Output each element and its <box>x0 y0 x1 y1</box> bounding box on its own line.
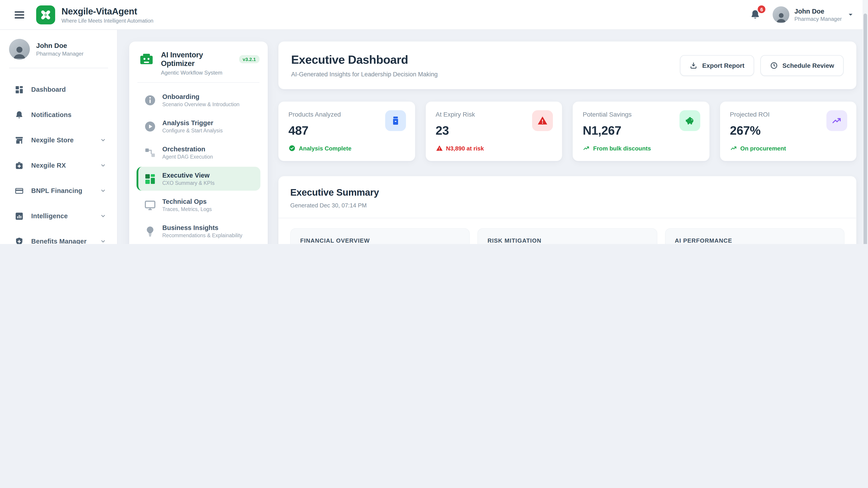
clock-icon <box>770 61 778 69</box>
bell-icon <box>14 110 24 120</box>
chevron-down-icon <box>100 162 106 168</box>
grid-green-icon <box>144 172 156 185</box>
chevron-down-icon <box>100 137 106 143</box>
bar-chart-square-icon <box>14 211 24 221</box>
piggy-bank-icon <box>679 110 700 131</box>
summary-generated: Generated Dec 30, 07:14 PM <box>290 202 844 209</box>
app-title: Nexgile-VitaAgent <box>61 6 153 17</box>
summary-section-risk-mitigation: RISK MITIGATION Expiry Value at Risk N3,… <box>477 228 657 244</box>
step-title: Technical Ops <box>162 198 255 205</box>
summary-section-ai-performance: AI PERFORMANCE Avg Confidence Score 89.3… <box>665 228 844 244</box>
step-title: Business Insights <box>162 224 255 231</box>
scrollbar-thumb[interactable] <box>864 13 867 244</box>
trend-up-icon <box>730 144 737 152</box>
sidebar-item-label: Nexgile RX <box>31 161 93 169</box>
kpi-status: On procurement <box>730 144 846 152</box>
trend-up-icon <box>827 110 847 131</box>
summary-title: Executive Summary <box>290 187 844 198</box>
sidebar-item-label: Benefits Manager <box>31 237 93 244</box>
workflow-step-analysis-trigger[interactable]: Analysis Trigger Configure & Start Analy… <box>136 114 260 138</box>
export-report-label: Export Report <box>702 62 745 69</box>
shield-plus-icon <box>14 236 24 244</box>
chevron-down-icon <box>847 11 855 19</box>
kpi-status-text: From bulk discounts <box>593 145 651 152</box>
summary-section-financial-overview: FINANCIAL OVERVIEW Total Procurement Val… <box>290 228 470 244</box>
app-logo-bandaid-icon <box>36 5 55 24</box>
kpi-status: N3,890 at risk <box>436 144 552 152</box>
sidebar-item-intelligence[interactable]: Intelligence <box>2 205 113 226</box>
step-title: Analysis Trigger <box>162 119 255 127</box>
step-subtitle: Recommendations & Explainability <box>162 233 255 238</box>
trend-up-icon <box>583 144 590 152</box>
dashboard-icon <box>14 85 24 94</box>
play-icon <box>144 120 156 133</box>
workflow-panel: AI Inventory Optimizer v3.2.1 Agentic Wo… <box>129 41 268 244</box>
step-subtitle: Scenario Overview & Introduction <box>162 102 255 107</box>
workflow-step-technical-ops[interactable]: Technical Ops Traces, Metrics, Logs <box>136 193 260 217</box>
page-header-card: Executive Dashboard AI-Generated Insight… <box>278 41 857 90</box>
schedule-review-label: Schedule Review <box>782 62 834 69</box>
sidebar-profile: John Doe Pharmacy Manager <box>0 30 117 68</box>
user-menu[interactable]: John Doe Pharmacy Manager <box>773 6 855 23</box>
step-title: Orchestration <box>162 145 255 153</box>
sidebar-item-benefits-manager[interactable]: Benefits Manager <box>2 231 113 244</box>
export-report-button[interactable]: Export Report <box>680 55 754 76</box>
warning-triangle-icon <box>532 110 553 131</box>
profile-name: John Doe <box>36 41 84 49</box>
sidebar-item-label: Notifications <box>31 111 106 119</box>
kpi-card-products-analyzed: Products Analyzed 487 Analysis Complete <box>278 101 415 161</box>
divider <box>278 218 856 218</box>
robot-icon <box>137 51 156 69</box>
sidebar-item-dashboard[interactable]: Dashboard <box>2 79 113 100</box>
hamburger-menu-icon[interactable] <box>12 7 27 22</box>
chevron-down-icon <box>100 188 106 194</box>
kpi-status: Analysis Complete <box>288 144 405 152</box>
workflow-step-onboarding[interactable]: Onboarding Scenario Overview & Introduct… <box>136 88 260 112</box>
summary-section-heading: RISK MITIGATION <box>488 237 647 244</box>
info-icon <box>144 94 156 106</box>
sidebar-item-nexgile-store[interactable]: Nexgile Store <box>2 130 113 151</box>
schedule-review-button[interactable]: Schedule Review <box>760 55 844 76</box>
user-name: John Doe <box>795 7 842 15</box>
kpi-row: Products Analyzed 487 Analysis Complete … <box>278 101 857 161</box>
step-title: Executive View <box>162 172 255 179</box>
download-icon <box>690 61 698 69</box>
notification-count-badge: 6 <box>757 4 767 14</box>
workflow-subtitle: Agentic Workflow System <box>161 70 259 76</box>
workflow-step-executive-view[interactable]: Executive View CXO Summary & KPIs <box>136 167 260 191</box>
workflow-step-business-insights[interactable]: Business Insights Recommendations & Expl… <box>136 219 260 243</box>
sidebar-nav: Dashboard Notifications Nexgile Store Ne… <box>0 68 117 244</box>
workflow-title: AI Inventory Optimizer <box>161 51 236 68</box>
sidebar-item-bnpl-financing[interactable]: BNPL Financing <box>2 180 113 201</box>
dag-icon <box>144 146 156 159</box>
workflow-step-orchestration[interactable]: Orchestration Agent DAG Execution <box>136 140 260 164</box>
kpi-card-at-expiry-risk: At Expiry Risk 23 N3,890 at risk <box>425 101 562 161</box>
step-title: Onboarding <box>162 93 255 100</box>
sidebar-item-label: Intelligence <box>31 212 93 220</box>
kpi-card-potential-savings: Potential Savings N1,267 From bulk disco… <box>572 101 710 161</box>
store-icon <box>14 135 24 145</box>
summary-section-heading: FINANCIAL OVERVIEW <box>300 237 460 244</box>
summary-section-heading: AI PERFORMANCE <box>675 237 835 244</box>
sidebar: John Doe Pharmacy Manager Dashboard Noti… <box>0 30 118 244</box>
sidebar-item-notifications[interactable]: Notifications <box>2 104 113 125</box>
scrollbar[interactable] <box>863 0 868 244</box>
kpi-card-projected-roi: Projected ROI 267% On procurement <box>719 101 857 161</box>
divider <box>137 82 259 83</box>
app-subtitle: Where Life Meets Intelligent Automation <box>61 18 153 23</box>
kpi-status-text: N3,890 at risk <box>446 145 484 152</box>
kpi-status-text: Analysis Complete <box>299 145 351 152</box>
avatar <box>9 39 30 60</box>
warning-triangle-icon <box>436 144 443 152</box>
version-badge: v3.2.1 <box>239 55 259 63</box>
app-titles: Nexgile-VitaAgent Where Life Meets Intel… <box>61 6 153 23</box>
bulb-icon <box>144 225 156 237</box>
sidebar-item-nexgile-rx[interactable]: Nexgile RX <box>2 155 113 176</box>
executive-summary-card: Executive Summary Generated Dec 30, 07:1… <box>278 176 857 244</box>
check-circle-icon <box>288 144 296 152</box>
notifications-bell-icon[interactable]: 6 <box>749 8 762 21</box>
medkit-icon <box>14 161 24 170</box>
avatar <box>773 6 789 23</box>
page-title: Executive Dashboard <box>291 53 438 67</box>
kpi-status-text: On procurement <box>740 145 786 152</box>
